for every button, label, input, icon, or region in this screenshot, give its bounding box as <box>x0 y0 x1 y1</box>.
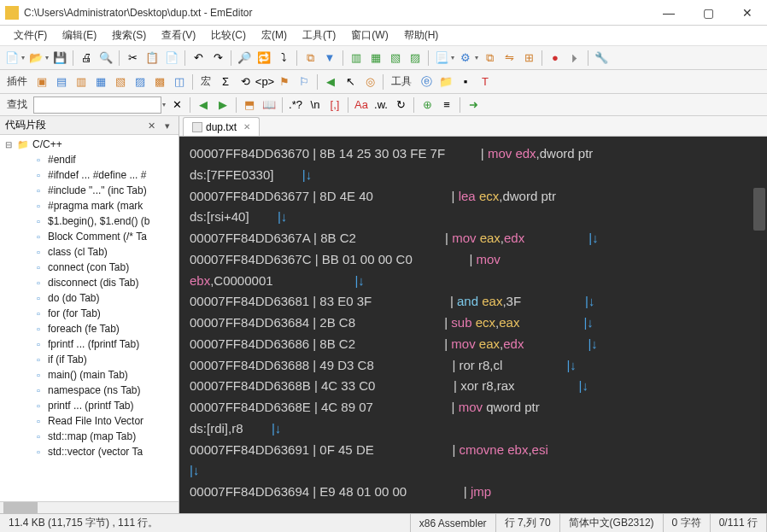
find-icon[interactable]: 🔎 <box>236 50 253 67</box>
code-line[interactable]: |↓ <box>190 460 757 482</box>
snippet-item[interactable]: ▫$1.begin(), $1.end() (b <box>0 213 179 229</box>
go-icon[interactable]: ➜ <box>465 96 482 114</box>
snippet-item[interactable]: ▫foreach (fe Tab) <box>0 321 179 336</box>
dropdown-icon[interactable]: ▾ <box>451 54 454 61</box>
sync-icon[interactable]: ⇋ <box>501 50 518 67</box>
menu-item[interactable]: 搜索(S) <box>105 26 153 45</box>
snippet-item[interactable]: ▫Block Comment (/* Ta <box>0 229 179 244</box>
snippet-item[interactable]: ▫printf ... (printf Tab) <box>0 398 179 413</box>
snippet-item[interactable]: ▫connect (con Tab) <box>0 260 179 275</box>
dropdown-icon[interactable]: ▾ <box>45 54 49 61</box>
panel4-icon[interactable]: ▨ <box>407 50 424 67</box>
cursor-icon[interactable]: ↖ <box>342 73 359 91</box>
snippet-item[interactable]: ▫do (do Tab) <box>0 290 179 306</box>
menu-item[interactable]: 文件(F) <box>7 26 54 45</box>
plugin4-icon[interactable]: ▦ <box>92 73 109 91</box>
dropdown-icon[interactable]: ▾ <box>475 54 478 61</box>
snippet-item[interactable]: ▫namespace (ns Tab) <box>0 383 179 398</box>
tree-folder[interactable]: ⊟📁C/C++ <box>0 137 179 152</box>
findnext-icon[interactable]: ⤵ <box>275 50 292 67</box>
snippet-item[interactable]: ▫disconnect (dis Tab) <box>0 275 179 290</box>
snippet-item[interactable]: ▫std::vector (vector Ta <box>0 444 179 459</box>
snippet-item[interactable]: ▫for (for Tab) <box>0 306 179 321</box>
menu-item[interactable]: 帮助(H) <box>397 26 446 45</box>
code-line[interactable]: 00007FF84DD6368B | 4C 33 C0 | xor r8,rax… <box>190 376 757 397</box>
code-line[interactable]: 00007FF84DD63688 | 49 D3 C8 | ror r8,cl … <box>190 355 757 377</box>
snippet-item[interactable]: ▫#pragma mark (mark <box>0 198 179 213</box>
count-icon[interactable]: ⊕ <box>419 96 436 114</box>
target-icon[interactable]: ◎ <box>361 73 378 91</box>
highlight-icon[interactable]: ⬒ <box>241 96 258 114</box>
back-icon[interactable]: ◀ <box>322 73 339 91</box>
menu-item[interactable]: 比较(C) <box>204 26 253 45</box>
close-button[interactable]: ✕ <box>728 0 767 26</box>
snippet-item[interactable]: ▫Read File Into Vector <box>0 413 179 429</box>
book-icon[interactable]: 📖 <box>261 96 278 114</box>
word-icon[interactable]: .w. <box>372 96 389 114</box>
status-encoding[interactable]: 简体中文(GB2312) <box>560 514 664 532</box>
code-line[interactable]: 00007FF84DD6367C | BB 01 00 00 C0 | mov <box>190 249 757 271</box>
scroll-thumb[interactable] <box>3 502 38 513</box>
dropdown-icon[interactable]: ▾ <box>162 101 166 108</box>
code-line[interactable]: 00007FF84DD6367A | 8B C2 | mov eax,edx |… <box>190 228 757 249</box>
menu-item[interactable]: 查看(V) <box>155 26 202 45</box>
code-line[interactable]: 00007FF84DD63686 | 8B C2 | mov eax,edx |… <box>190 334 757 355</box>
code-line[interactable]: 00007FF84DD63694 | E9 48 01 00 00 | jmp <box>190 482 757 503</box>
menu-item[interactable]: 编辑(E) <box>56 26 103 45</box>
tool-icon[interactable]: T <box>477 73 494 91</box>
code-line[interactable]: ds:[rsi+40] |↓ <box>190 207 757 228</box>
minimize-button[interactable]: — <box>649 0 688 26</box>
snippets-tree[interactable]: ⊟📁C/C++▫#endif▫#ifndef ... #define ... #… <box>0 135 179 501</box>
save-icon[interactable]: 💾 <box>51 50 68 67</box>
collapse-icon[interactable]: ⊟ <box>3 140 14 149</box>
sidebar-hscroll[interactable] <box>0 501 179 513</box>
wrench-icon[interactable]: 🔧 <box>593 50 610 67</box>
macro2-icon[interactable]: <p> <box>256 73 273 91</box>
undo-icon[interactable]: ↶ <box>190 50 207 67</box>
menu-item[interactable]: 窗口(W) <box>344 26 395 45</box>
snippet-item[interactable]: ▫std::map (map Tab) <box>0 429 179 444</box>
cut-icon[interactable]: ✂ <box>124 50 141 67</box>
wrap-icon[interactable]: ↻ <box>392 96 409 114</box>
plugin1-icon[interactable]: ▣ <box>33 73 50 91</box>
preview-icon[interactable]: 🔍 <box>97 50 114 67</box>
snippet-item[interactable]: ▫#ifndef ... #define ... # <box>0 167 179 183</box>
replace-icon[interactable]: 🔁 <box>255 50 272 67</box>
paste-icon[interactable]: 📄 <box>163 50 180 67</box>
doc-icon[interactable]: 📃 <box>433 50 450 67</box>
open-icon[interactable]: 📂 <box>27 50 44 67</box>
prev-icon[interactable]: ◀ <box>195 96 212 114</box>
code-line[interactable]: 00007FF84DD6368E | 4C 89 07 | mov qword … <box>190 397 757 418</box>
sidebar-pin-icon[interactable]: ▾ <box>161 120 173 131</box>
snippet-item[interactable]: ▫#endif <box>0 152 179 167</box>
macro3-icon[interactable]: ⚑ <box>276 73 293 91</box>
code-line[interactable]: 00007FF84DD63670 | 8B 14 25 30 03 FE 7F … <box>190 143 757 165</box>
redo-icon[interactable]: ↷ <box>209 50 226 67</box>
snippet-item[interactable]: ▫main() (main Tab) <box>0 367 179 383</box>
editor-vscroll[interactable] <box>753 188 765 231</box>
code-editor[interactable]: 00007FF84DD63670 | 8B 14 25 30 03 FE 7F … <box>179 137 767 513</box>
bracket-icon[interactable]: [,] <box>326 96 343 114</box>
print-icon[interactable]: 🖨 <box>78 50 95 67</box>
search-close-icon[interactable]: ✕ <box>168 96 185 114</box>
escape-icon[interactable]: \n <box>307 96 324 114</box>
list-icon[interactable]: ≡ <box>438 96 455 114</box>
snippet-item[interactable]: ▫if (if Tab) <box>0 352 179 367</box>
panel3-icon[interactable]: ▧ <box>387 50 404 67</box>
sigma-icon[interactable]: Σ <box>217 73 234 91</box>
copy-icon[interactable]: 📋 <box>143 50 161 67</box>
record-icon[interactable]: ● <box>547 50 564 67</box>
dropdown-icon[interactable]: ▾ <box>21 54 25 61</box>
filter-icon[interactable]: ▼ <box>321 50 338 67</box>
code-line[interactable]: ds:[7FFE0330] |↓ <box>190 165 757 186</box>
code-line[interactable]: 00007FF84DD63691 | 0F 45 DE | cmovne ebx… <box>190 440 757 461</box>
macro4-icon[interactable]: ⚐ <box>296 73 313 91</box>
file-tab[interactable]: dup.txt ✕ <box>183 117 260 136</box>
cmd-icon[interactable]: ▪ <box>457 73 474 91</box>
code-line[interactable]: 00007FF84DD63681 | 83 E0 3F | and eax,3F… <box>190 291 757 313</box>
config-icon[interactable]: ⚙ <box>457 50 474 67</box>
search-input[interactable] <box>33 96 161 114</box>
code-line[interactable]: ebx,C0000001 |↓ <box>190 271 757 292</box>
explorer-icon[interactable]: 📁 <box>437 73 454 91</box>
play-icon[interactable]: ⏵ <box>566 50 583 67</box>
